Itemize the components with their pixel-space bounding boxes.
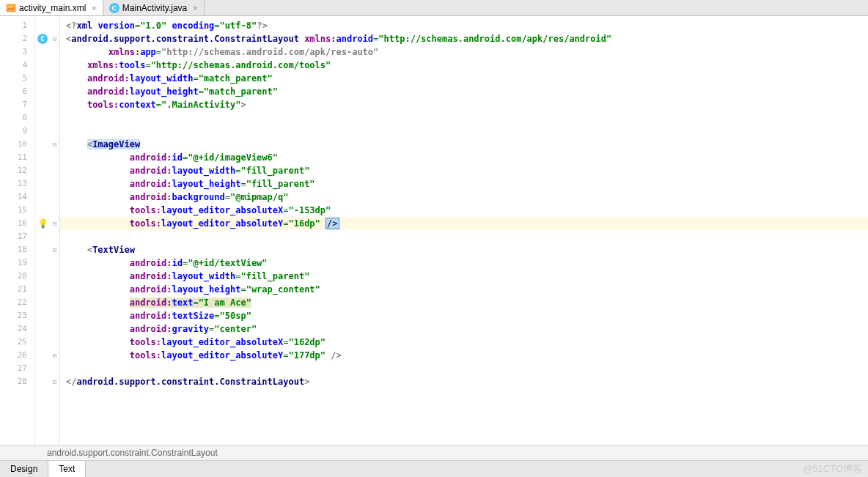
code-token: background	[172, 192, 225, 202]
code-line[interactable]: xmlns:app="http://schemas.android.com/ap…	[60, 45, 868, 59]
line-number: 23	[0, 309, 34, 322]
code-line[interactable]: tools:context=".MainActivity">	[60, 98, 868, 111]
line-number: 15	[0, 204, 34, 217]
code-line[interactable]: android:layout_width="fill_parent"	[60, 164, 868, 177]
code-token: android:	[130, 179, 172, 189]
lightbulb-icon[interactable]: 💡	[37, 218, 48, 229]
code-line[interactable]: xmlns:tools="http://schemas.android.com/…	[60, 59, 868, 72]
code-line[interactable]: android:layout_height="fill_parent"	[60, 177, 868, 191]
code-line[interactable]: tools:layout_editor_absoluteX="-153dp"	[60, 204, 868, 217]
code-token: =	[145, 60, 150, 70]
code-token	[320, 218, 326, 229]
code-token: tools:	[130, 218, 161, 229]
editor-tab-0[interactable]: xmlactivity_main.xml×	[0, 0, 103, 15]
code-token: app	[140, 47, 156, 57]
fold-handle	[50, 204, 59, 217]
code-line[interactable]: <android.support.constraint.ConstraintLa…	[60, 32, 868, 45]
fold-handle	[50, 59, 59, 72]
code-token: context	[119, 100, 156, 110]
code-line[interactable]: tools:layout_editor_absoluteY="177dp" />	[60, 349, 868, 362]
code-area[interactable]: <?xml version="1.0" encoding="utf-8"?><a…	[60, 16, 868, 445]
line-number: 25	[0, 336, 34, 349]
code-token: />	[326, 350, 342, 360]
code-editor[interactable]: 1234567891011121314151617181920212223242…	[0, 16, 868, 445]
gutter-icon-slot	[35, 19, 50, 32]
code-token: android:	[87, 73, 130, 84]
code-token: />	[326, 218, 339, 229]
code-token: =	[156, 100, 161, 110]
code-line[interactable]: android:id="@+id/textView"	[60, 256, 868, 270]
gutter-icon-slot	[35, 85, 50, 98]
code-line[interactable]	[60, 230, 868, 243]
code-token: layout_editor_absoluteX	[161, 337, 283, 347]
line-number: 19	[0, 256, 34, 270]
code-token: =	[193, 297, 198, 308]
code-line[interactable]: <?xml version="1.0" encoding="utf-8"?>	[60, 19, 868, 32]
code-line[interactable]: <ImageView	[60, 138, 868, 151]
code-line[interactable]	[60, 362, 868, 375]
code-token: android:	[130, 311, 172, 321]
code-token: "center"	[214, 324, 257, 334]
code-token: xmlns:	[87, 60, 119, 70]
fold-handle[interactable]: ⊟	[50, 349, 59, 362]
close-icon[interactable]: ×	[190, 4, 197, 12]
code-token: =	[240, 284, 246, 295]
code-line[interactable]: android:layout_height="wrap_content"	[60, 283, 868, 296]
code-token: "match_parent"	[204, 86, 278, 97]
gutter-icon-slot	[35, 243, 50, 256]
code-line[interactable]: android:layout_width="fill_parent"	[60, 270, 868, 283]
code-token: layout_editor_absoluteY	[161, 218, 283, 229]
fold-handle[interactable]: ⊟	[50, 138, 59, 151]
code-line[interactable]: <TextView	[60, 243, 868, 256]
gutter-icon-slot	[35, 283, 50, 296]
gutter-icon-slot	[35, 191, 50, 204]
code-line[interactable]: android:layout_height="match_parent"	[60, 85, 868, 98]
code-line[interactable]: android:id="@+id/imageView6"	[60, 151, 868, 164]
code-token: android:	[130, 192, 172, 202]
close-icon[interactable]: ×	[89, 4, 96, 12]
code-token: layout_height	[172, 284, 241, 295]
breadcrumb-bar[interactable]: android.support.constraint.ConstraintLay…	[0, 445, 868, 461]
fold-handle[interactable]: ⊟	[50, 243, 59, 256]
code-line[interactable]: tools:layout_editor_absoluteX="162dp"	[60, 336, 868, 349]
gutter-icon-slot	[35, 98, 50, 111]
code-token: layout_height	[130, 86, 199, 97]
code-line[interactable]: </android.support.constraint.ConstraintL…	[60, 375, 868, 388]
gutter-icon-slot	[35, 45, 50, 59]
code-token: android:	[130, 324, 172, 334]
fold-handle	[50, 362, 59, 375]
line-number: 5	[0, 72, 34, 85]
line-number: 7	[0, 98, 34, 111]
line-number: 10	[0, 138, 34, 151]
code-token: layout_width	[172, 271, 236, 281]
code-token: layout_width	[130, 73, 194, 84]
code-line[interactable]: android:text="I am Ace"	[60, 296, 868, 309]
code-token: layout_height	[172, 179, 241, 189]
code-line[interactable]: android:layout_width="match_parent"	[60, 72, 868, 85]
breadcrumb-path[interactable]: android.support.constraint.ConstraintLay…	[47, 448, 218, 458]
code-line[interactable]: android:gravity="center"	[60, 322, 868, 336]
code-token: =	[214, 21, 219, 31]
code-line[interactable]	[60, 111, 868, 125]
fold-handle[interactable]: ⊟	[50, 32, 59, 45]
code-line[interactable]: android:textSize="50sp"	[60, 309, 868, 322]
design-tab[interactable]: Design	[0, 461, 48, 477]
code-line[interactable]: tools:layout_editor_absoluteY="16dp" />	[60, 217, 868, 230]
text-tab[interactable]: Text	[48, 461, 86, 477]
editor-tab-1[interactable]: CMainActivity.java×	[103, 0, 205, 15]
code-line[interactable]: android:background="@mipmap/q"	[60, 191, 868, 204]
code-line[interactable]	[60, 125, 868, 138]
gutter-icon-slot	[35, 230, 50, 243]
fold-column[interactable]: ⊟⊟⊟⊟⊟⊟	[50, 16, 60, 445]
fold-handle	[50, 322, 59, 336]
fold-handle[interactable]: ⊟	[50, 375, 59, 388]
code-token: </	[66, 377, 76, 387]
fold-handle	[50, 270, 59, 283]
fold-handle[interactable]: ⊟	[50, 217, 59, 230]
fold-handle	[50, 336, 59, 349]
code-token: android.support.constraint.ConstraintLay…	[76, 377, 304, 387]
fold-handle	[50, 125, 59, 138]
code-token: android.support.constraint.ConstraintLay…	[71, 34, 299, 44]
watermark: @51CTO博客	[803, 462, 862, 476]
code-token: >	[240, 100, 246, 110]
